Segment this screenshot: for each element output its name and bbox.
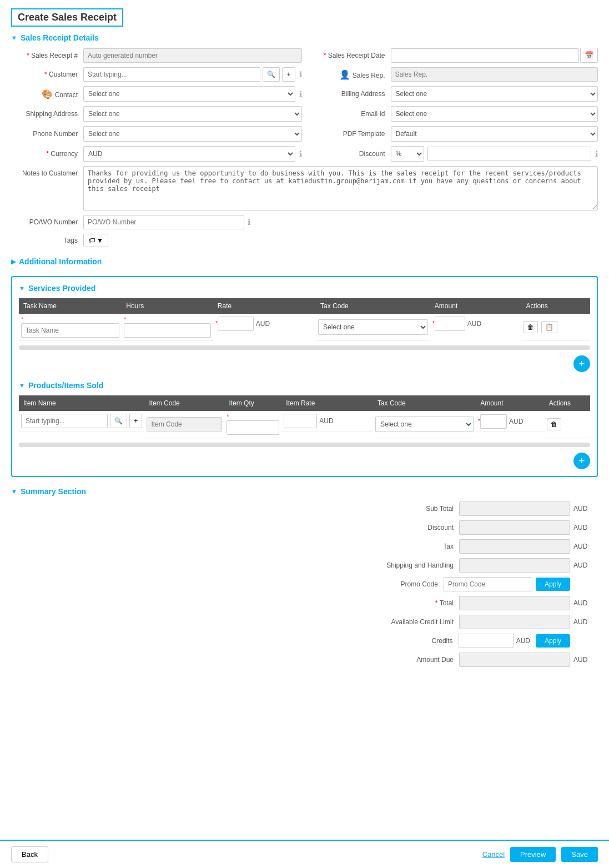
powno-input[interactable] [83,215,244,229]
item-rate-input[interactable]: 0.00 [284,414,317,428]
currency-label: * Currency [11,150,83,158]
item-rate-currency: AUD [317,417,335,425]
products-table-body: 🔍 + * 0.00 0.00 AUD [19,411,590,438]
services-provided-section: ▼ Services Provided Task Name Hours Rate… [11,276,598,477]
receipt-date-input[interactable]: 28/08/2017 [391,48,580,63]
currency-select[interactable]: AUD [83,146,295,162]
item-search-btn[interactable]: 🔍 [110,414,127,428]
customer-search-btn[interactable]: 🔍 [263,67,280,82]
services-table-body: * * 0.00 * 0.00 AUD Select one [19,314,590,341]
services-provided-header[interactable]: ▼ Services Provided [19,284,590,293]
total-label: * Total [348,599,459,607]
notes-textarea[interactable]: Thanks for providing us the opportunity … [83,166,598,210]
shipping-address-select[interactable]: Select one [83,106,302,122]
summary-discount-value: 0.00 [459,520,570,535]
products-scrollbar[interactable] [19,443,590,447]
contact-info-icon[interactable]: ℹ [299,89,302,98]
customer-add-btn[interactable]: + [282,67,295,82]
sales-receipt-details-header[interactable]: ▼ Sales Receipt Details [11,33,598,42]
receipt-num-input[interactable] [83,48,302,63]
services-provided-label: Services Provided [28,284,95,293]
col-currency: * Currency AUD ℹ [11,146,302,162]
tax-code-select-s[interactable]: Select one [318,319,428,335]
task-name-input[interactable] [21,323,119,338]
cell-item-qty: * 0.00 [224,411,281,438]
calendar-icon[interactable]: 📅 [580,48,598,63]
discount-value-input[interactable]: 0.00 [427,147,592,161]
cancel-link[interactable]: Cancel [482,850,505,859]
pdf-template-wrap: Default [391,126,598,142]
col-amount-s: Amount [430,298,522,314]
currency-info-icon[interactable]: ℹ [299,149,302,158]
discount-type-select[interactable]: % [391,146,424,162]
additional-information-header[interactable]: ▶ Additional Information [11,257,598,266]
amount-input-p[interactable]: 0.00 [480,414,507,429]
item-add-btn[interactable]: + [129,414,142,428]
delete-product-btn[interactable]: 🗑 [547,418,561,430]
tax-value: 0.00 [459,539,570,554]
promo-apply-btn[interactable]: Apply [536,578,570,591]
item-code-input[interactable] [147,417,222,432]
amount-input-s[interactable]: 0.00 [435,317,465,331]
billing-address-label: Billing Address [308,90,391,98]
sales-rep-input[interactable] [391,67,598,82]
rate-input[interactable]: 0.00 [218,317,254,331]
products-sold-label: Products/Items Sold [28,381,103,390]
delete-service-btn[interactable]: 🗑 [524,321,538,333]
email-label: Email Id [308,110,391,118]
billing-address-select[interactable]: Select one [391,86,598,102]
promo-input[interactable] [444,577,532,591]
receipt-num-input-wrap [83,48,302,63]
col-rate: Rate [213,298,316,314]
col-amount-p: Amount [476,395,544,411]
row-tax: Tax 0.00 AUD [11,539,598,554]
item-qty-input[interactable]: 0.00 [227,420,279,435]
row-summary-discount: Discount 0.00 AUD [11,520,598,535]
save-button[interactable]: Save [561,847,598,862]
email-select[interactable]: Select one [391,106,598,122]
collapse-arrow-services: ▼ [19,285,25,292]
add-product-btn[interactable]: + [573,453,590,469]
preview-button[interactable]: Preview [510,847,556,862]
cell-actions-p: 🗑 [545,411,590,438]
phone-select[interactable]: Select one [83,126,302,142]
summary-section-header[interactable]: ▼ Summary Section [11,487,598,496]
cell-tax-code-s: Select one [316,314,430,341]
col-billing-address: Billing Address Select one [308,86,598,102]
bottom-bar: Back Cancel Preview Save [0,840,609,868]
products-table: Item Name Item Code Item Qty Item Rate T… [19,395,590,438]
powno-info-icon[interactable]: ℹ [248,218,250,227]
hours-input[interactable]: 0.00 [124,323,211,338]
receipt-date-label: * Sales Receipt Date [308,52,391,59]
credits-input[interactable]: 0.00 [459,634,514,648]
credits-apply-btn[interactable]: Apply [536,634,570,648]
phone-wrap: Select one [83,126,302,142]
subtotal-currency: AUD [570,505,598,513]
row-shipping-email: Shipping Address Select one Email Id Sel… [11,106,598,122]
products-add-wrap: + [19,450,590,469]
item-name-input[interactable] [21,414,108,428]
back-button[interactable]: Back [11,846,48,862]
cell-hours: * 0.00 [122,314,213,341]
products-sold-header[interactable]: ▼ Products/Items Sold [19,381,590,390]
services-scrollbar[interactable] [19,345,590,350]
row-customer-salesrep: * Customer 🔍 + ℹ 👤 Sales Rep. [11,67,598,82]
add-service-btn[interactable]: + [573,355,590,372]
pdf-template-select[interactable]: Default [391,126,598,142]
credits-label: Credits [348,637,459,645]
row-amount-due: Amount Due 0.00 AUD [11,653,598,667]
tax-code-select-p[interactable]: Select one [375,417,474,432]
credit-limit-label: Available Credit Limit [348,618,459,626]
tags-button[interactable]: 🏷 ▼ [83,234,108,247]
col-item-rate: Item Rate [281,395,373,411]
contact-label: 🎨 Contact [11,89,83,99]
sales-receipt-details-section: ▼ Sales Receipt Details * Sales Receipt … [11,33,598,247]
customer-input[interactable] [83,67,260,82]
contact-select[interactable]: Select one [83,86,295,102]
customer-info-icon[interactable]: ℹ [299,70,302,79]
cell-task-name: * [19,314,122,341]
copy-service-btn[interactable]: 📋 [541,321,557,333]
cell-amount-p: * 0.00 AUD [476,412,544,432]
shipping-address-label: Shipping Address [11,110,83,118]
discount-info-icon[interactable]: ℹ [595,149,598,158]
